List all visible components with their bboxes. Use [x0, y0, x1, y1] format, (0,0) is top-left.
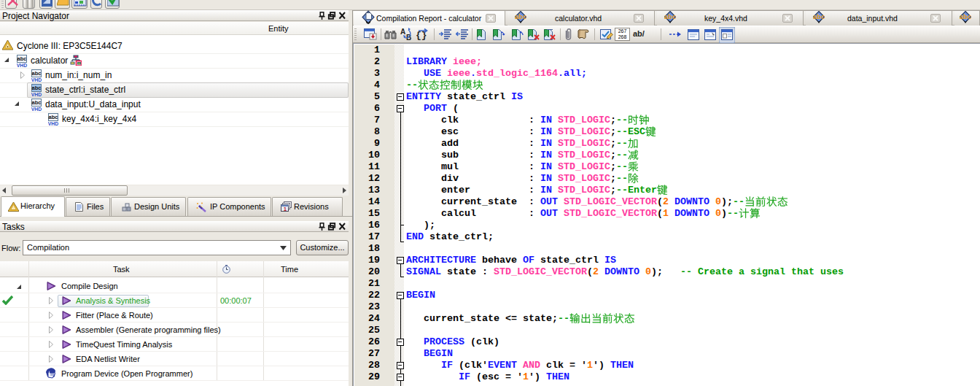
svg-text:1: 1 — [284, 206, 287, 212]
